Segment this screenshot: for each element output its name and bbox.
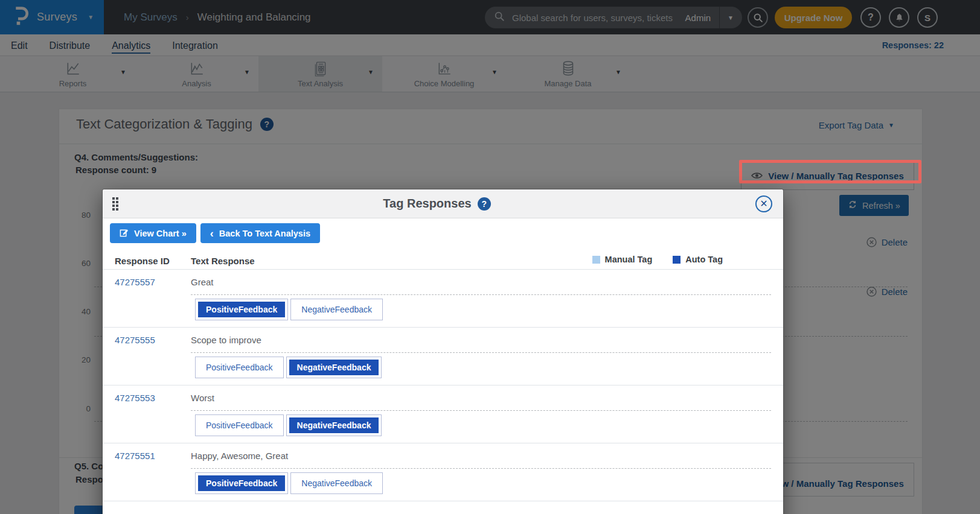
drag-handle-icon[interactable]	[112, 197, 118, 211]
response-id-link[interactable]: 47275555	[115, 335, 191, 345]
tag-button-negativefeedback[interactable]: NegativeFeedback	[290, 472, 383, 494]
responses-table-header: Response ID Text Response Manual Tag Aut…	[103, 252, 783, 270]
tag-buttons: PositiveFeedbackNegativeFeedback	[195, 357, 771, 378]
column-response-id: Response ID	[115, 256, 191, 266]
help-badge-icon[interactable]: ?	[478, 197, 491, 211]
tag-label: NegativeFeedback	[293, 302, 380, 317]
response-text: Worst	[191, 393, 214, 403]
close-icon[interactable]: ✕	[755, 195, 772, 212]
tag-label: NegativeFeedback	[289, 360, 379, 375]
tag-label: PositiveFeedback	[198, 360, 281, 375]
row-dotted-divider	[191, 410, 771, 411]
legend-auto-tag: Auto Tag	[673, 255, 723, 264]
edit-chart-icon	[120, 228, 129, 239]
modal-title: Tag Responses	[383, 197, 471, 211]
tag-button-positivefeedback[interactable]: PositiveFeedback	[195, 299, 288, 320]
tag-label: PositiveFeedback	[198, 475, 285, 491]
manual-tag-swatch	[592, 256, 600, 264]
tag-responses-modal: Tag Responses ? ✕ View Chart » ‹ Back To…	[103, 189, 783, 514]
app-screen: Surveys ▼ My Surveys › Weighting and Bal…	[0, 0, 980, 514]
response-row: 47275557 Great PositiveFeedbackNegativeF…	[103, 270, 783, 328]
tag-label: PositiveFeedback	[198, 417, 281, 433]
row-dotted-divider	[191, 468, 771, 469]
response-id-link[interactable]: 47275551	[115, 451, 191, 461]
response-text: Great	[191, 277, 214, 287]
response-id-link[interactable]: 47275553	[115, 393, 191, 403]
tag-button-negativefeedback[interactable]: NegativeFeedback	[286, 414, 382, 436]
back-to-text-analysis-button[interactable]: ‹ Back To Text Analysis	[200, 223, 320, 243]
tag-buttons: PositiveFeedbackNegativeFeedback	[195, 299, 771, 320]
modal-action-buttons: View Chart » ‹ Back To Text Analysis	[103, 218, 783, 243]
chevron-left-icon: ‹	[210, 228, 214, 239]
tag-button-positivefeedback[interactable]: PositiveFeedback	[195, 472, 288, 494]
tag-label: NegativeFeedback	[293, 475, 380, 491]
legend-manual-tag: Manual Tag	[592, 255, 653, 264]
response-id-link[interactable]: 47275557	[115, 277, 191, 287]
tag-legend: Manual Tag Auto Tag	[592, 255, 723, 264]
row-dotted-divider	[191, 294, 771, 295]
modal-header: Tag Responses ? ✕	[103, 189, 783, 218]
view-chart-button[interactable]: View Chart »	[110, 223, 196, 243]
response-row: 47275555 Scope to improve PositiveFeedba…	[103, 328, 783, 386]
tag-buttons: PositiveFeedbackNegativeFeedback	[195, 472, 771, 494]
response-row: 47275551 Happy, Awesome, Great PositiveF…	[103, 443, 783, 501]
tag-buttons: PositiveFeedbackNegativeFeedback	[195, 414, 771, 436]
tag-button-negativefeedback[interactable]: NegativeFeedback	[286, 357, 382, 378]
tag-label: PositiveFeedback	[198, 302, 285, 317]
tag-label: NegativeFeedback	[289, 417, 379, 433]
response-text: Scope to improve	[191, 335, 261, 345]
responses-table-body: 47275557 Great PositiveFeedbackNegativeF…	[103, 270, 783, 501]
column-text-response: Text Response	[191, 256, 255, 266]
response-text: Happy, Awesome, Great	[191, 451, 288, 461]
row-dotted-divider	[191, 352, 771, 353]
modal-title-row: Tag Responses ?	[118, 197, 755, 211]
tag-button-negativefeedback[interactable]: NegativeFeedback	[290, 299, 383, 320]
tag-button-positivefeedback[interactable]: PositiveFeedback	[195, 414, 284, 436]
auto-tag-swatch	[673, 256, 681, 264]
tag-button-positivefeedback[interactable]: PositiveFeedback	[195, 357, 284, 378]
response-row: 47275553 Worst PositiveFeedbackNegativeF…	[103, 386, 783, 443]
